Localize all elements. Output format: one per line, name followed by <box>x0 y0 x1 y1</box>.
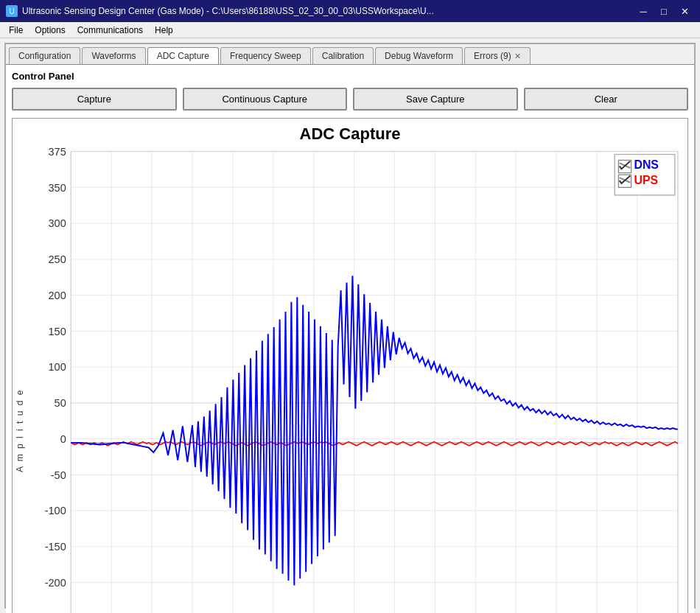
minimize-button[interactable]: ─ <box>634 4 653 18</box>
menu-bar: File Options Communications Help <box>0 22 700 38</box>
capture-button[interactable]: Capture <box>12 88 177 111</box>
continuous-capture-button[interactable]: Continuous Capture <box>183 88 348 111</box>
menu-file[interactable]: File <box>3 24 29 37</box>
chart-area: A m p l i t u d e <box>13 147 687 613</box>
menu-options[interactable]: Options <box>29 24 71 37</box>
control-panel-label: Control Panel <box>12 71 688 82</box>
svg-text:-50: -50 <box>51 469 66 481</box>
chart-container: ADC Capture A m p l i t u d e <box>12 118 688 613</box>
chart-inner: 375 350 300 250 200 150 100 50 0 -50 -10… <box>27 147 687 613</box>
tab-debug-waveform[interactable]: Debug Waveform <box>375 47 463 64</box>
svg-text:DNS: DNS <box>634 158 659 171</box>
svg-text:UPS: UPS <box>634 174 658 186</box>
tab-waveforms[interactable]: Waveforms <box>82 47 145 64</box>
chart-title: ADC Capture <box>13 119 687 147</box>
close-button[interactable]: ✕ <box>675 4 694 18</box>
svg-text:350: 350 <box>49 182 66 194</box>
clear-button[interactable]: Clear <box>524 88 689 111</box>
svg-text:-100: -100 <box>45 505 66 516</box>
svg-text:-200: -200 <box>45 577 66 589</box>
tab-errors[interactable]: Errors (9) ✕ <box>464 47 531 64</box>
svg-text:150: 150 <box>49 326 66 337</box>
app-icon: U <box>6 5 18 17</box>
main-container: Configuration Waveforms ADC Capture Freq… <box>0 38 700 613</box>
outer-panel: Configuration Waveforms ADC Capture Freq… <box>4 43 696 609</box>
menu-help[interactable]: Help <box>149 24 179 37</box>
svg-text:250: 250 <box>49 253 66 265</box>
save-capture-button[interactable]: Save Capture <box>353 88 518 111</box>
svg-rect-0 <box>71 152 678 613</box>
errors-label: Errors (9) <box>474 51 511 61</box>
svg-text:0: 0 <box>60 433 66 445</box>
tab-configuration[interactable]: Configuration <box>9 47 80 64</box>
chart-svg: 375 350 300 250 200 150 100 50 0 -50 -10… <box>27 147 687 613</box>
errors-close-icon[interactable]: ✕ <box>514 52 521 61</box>
maximize-button[interactable]: □ <box>654 4 673 18</box>
svg-text:300: 300 <box>49 217 66 229</box>
svg-text:50: 50 <box>55 397 66 409</box>
svg-text:375: 375 <box>49 147 66 158</box>
title-bar: U Ultrasonic Sensing Design Center (Gas … <box>0 0 700 22</box>
window-title: Ultrasonic Sensing Design Center (Gas Mo… <box>22 6 434 16</box>
y-axis-label: A m p l i t u d e <box>13 147 27 613</box>
tab-calibration[interactable]: Calibration <box>312 47 374 64</box>
control-row: Capture Continuous Capture Save Capture … <box>12 88 688 111</box>
svg-text:100: 100 <box>49 361 66 373</box>
tab-adc-capture[interactable]: ADC Capture <box>147 47 219 64</box>
menu-communications[interactable]: Communications <box>71 24 149 37</box>
svg-text:-150: -150 <box>45 541 66 553</box>
svg-text:200: 200 <box>49 290 66 301</box>
panel-body: Control Panel Capture Continuous Capture… <box>6 64 694 613</box>
tabs-row: Configuration Waveforms ADC Capture Freq… <box>6 44 694 64</box>
tab-frequency-sweep[interactable]: Frequency Sweep <box>220 47 311 64</box>
